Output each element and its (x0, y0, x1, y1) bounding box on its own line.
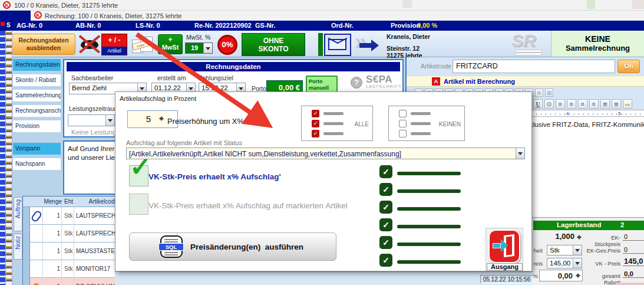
column-header-menge: Menge (43, 198, 62, 205)
copy-document-icon[interactable]: copy (131, 34, 156, 55)
hide-invoice-data-button[interactable]: Rechnungsdatenausblenden (12, 34, 75, 55)
article-description-editor[interactable]: klusive FRITZ-Data, FRITZ-Kommunikation (531, 117, 644, 217)
cell-menge: 1 (43, 207, 62, 225)
sidebar-item[interactable]: Skonto / Rabatt (13, 74, 61, 86)
format-toolbar-icon[interactable]: ≡ (578, 99, 587, 109)
editor-ruler: 4 5 (531, 110, 644, 117)
percent-stepper[interactable] (159, 114, 164, 123)
add-remove-article-button[interactable]: + / - Artikel (101, 34, 127, 55)
format-toolbar-icon[interactable]: U (533, 99, 543, 109)
checked-icon (312, 130, 319, 137)
format-toolbar-icon[interactable]: ≡ (567, 99, 576, 109)
no-collective-invoice-toggle[interactable]: KEINE Sammelrechnung (551, 31, 644, 57)
unit-select[interactable]: Stk (547, 245, 582, 255)
app-logo-icon: K (34, 11, 42, 19)
row-selector[interactable] (23, 225, 30, 243)
format-toolbar-icon[interactable]: ≡ (556, 99, 565, 109)
vk-preis-label: VK - Preis (586, 260, 620, 267)
article-check-row[interactable] (379, 254, 461, 267)
email-icon[interactable] (324, 34, 351, 56)
sidebar-item[interactable]: Rechnungsanschrift (13, 105, 61, 117)
articlecode-input[interactable]: FRITZCARD (453, 60, 615, 73)
window-title-front: Rechnung: 100 / 0 Kraneis, Dieter, 31275… (45, 12, 181, 19)
on-button[interactable]: On (617, 60, 640, 73)
article-check-row[interactable] (379, 201, 461, 214)
table-row[interactable]: 1 PC-SCHULUNG (23, 278, 119, 285)
left-mini-icon-strip[interactable] (6, 31, 12, 285)
row-selector[interactable] (23, 207, 30, 225)
article-check-row[interactable] (379, 183, 461, 196)
exit-button[interactable]: Ausgang (486, 228, 523, 271)
service-period-select[interactable] (68, 114, 115, 126)
row-selector[interactable] (23, 243, 30, 260)
header-field: AG-Nr. 0 (16, 22, 42, 29)
dropdown-arrow-icon[interactable] (516, 148, 524, 159)
dropdown-arrow-icon[interactable] (203, 43, 212, 53)
quantity-stepper[interactable] (577, 232, 582, 242)
cell-eht: Stk (64, 260, 74, 278)
header-field: AB-Nr. 0 (75, 22, 101, 29)
row-line (397, 260, 461, 264)
row-attachment-icon (30, 260, 43, 278)
row-selector[interactable] (23, 278, 30, 285)
article-check-row[interactable] (379, 236, 461, 249)
select-all-button[interactable]: ALLE (301, 106, 373, 141)
vk-surcharge-label: VK-Stk-Preis erhaelt x% Aufschlag' (148, 172, 281, 181)
vk-surcharge-marked-label: VK-Stk-Preis erhaelt x% Aufschlag auf ma… (148, 201, 348, 210)
sidebar-item[interactable]: Rechnungsdaten (13, 59, 61, 71)
sql-database-icon: SQL (160, 235, 183, 258)
tab-auftrag[interactable]: Auftrag (14, 197, 22, 231)
no-discount-button[interactable]: OHNESKONTO (242, 33, 305, 56)
execute-price-change-button[interactable]: SQL Preisänderung(en) ausführen (129, 232, 336, 261)
table-row[interactable]: 1 Stk MAUS3TASTEN (23, 243, 119, 260)
eye-toggle-icon[interactable] (78, 34, 101, 54)
vat-percent-label: MwSt. % (186, 34, 210, 41)
vk-surcharge-checkbox[interactable] (129, 165, 148, 186)
status-filter-select[interactable]: [Artikel,Artikelverknüpft,Artikel NICHT … (126, 148, 525, 159)
article-check-row[interactable] (379, 218, 461, 231)
format-toolbar-icon[interactable]: ▬ (623, 99, 632, 109)
quantity-value[interactable]: 1,000 (534, 232, 574, 243)
row-line (397, 243, 461, 246)
articlecode-label: Artikelcode (421, 63, 451, 70)
price-select[interactable]: 145,00 (547, 258, 582, 268)
format-toolbar-icon[interactable]: ⊙ (544, 99, 554, 109)
discount-stepper[interactable] (576, 271, 581, 280)
add-vat-button[interactable]: +MwSt (158, 34, 183, 54)
format-toolbar-icon[interactable]: ≡ (589, 99, 599, 109)
table-row[interactable]: 1 Stk LAUTSPRECHER7 (23, 207, 119, 225)
format-toolbar-icon[interactable]: ≣ (612, 99, 621, 109)
select-none-label: KEINEN (439, 106, 461, 142)
table-row[interactable]: 1 Stk MONITOR17 (23, 260, 119, 278)
dropdown-arrow-icon[interactable] (105, 115, 114, 126)
dropdown-arrow-icon[interactable] (573, 245, 582, 255)
help-button[interactable]: ? (351, 77, 362, 89)
vat-rate-select[interactable]: 19 (185, 42, 213, 54)
sidebar-item[interactable]: Vorspann (13, 143, 61, 155)
main-toolbar: Rechnungsdatenausblenden + / - Artikel c… (0, 31, 644, 57)
tab-notiz[interactable]: Notiz (14, 234, 22, 260)
checked-icon (379, 254, 392, 267)
zero-percent-badge[interactable]: 0% (217, 35, 237, 55)
format-toolbar-icon[interactable]: ≣ (600, 99, 610, 109)
left-row-marker-strip[interactable] (0, 31, 6, 285)
row-selector[interactable] (23, 260, 30, 278)
vk-surcharge-marked-checkbox[interactable] (129, 194, 148, 215)
sidebar-item[interactable]: Nachspann (13, 158, 61, 170)
invoice-items-table: Menge Eht Artikelcode 1 Stk LAUTSPRECHER… (22, 196, 120, 285)
editor-toolbar-icon[interactable]: ▨ (545, 89, 553, 97)
select-none-button[interactable]: KEINEN (388, 106, 465, 141)
sidebar-item[interactable]: Sammelrechnung (13, 90, 61, 101)
sidebar-item[interactable]: Provision (13, 120, 61, 132)
checked-icon (312, 110, 319, 117)
background-window-fragment (402, 0, 412, 8)
forward-arrow-icon[interactable]: » (355, 34, 383, 55)
cell-eht (64, 278, 74, 285)
dropdown-arrow-icon[interactable] (573, 258, 582, 268)
unchecked-icon (399, 130, 407, 137)
table-row[interactable]: 1 Stk LAUTSPRECHER7 (23, 225, 119, 243)
editor-toolbar-icon[interactable]: ≣ (535, 89, 543, 97)
table-header: Menge Eht Artikelcode (23, 196, 119, 207)
article-check-row[interactable] (379, 165, 461, 178)
red-marker-icon (1, 22, 5, 26)
